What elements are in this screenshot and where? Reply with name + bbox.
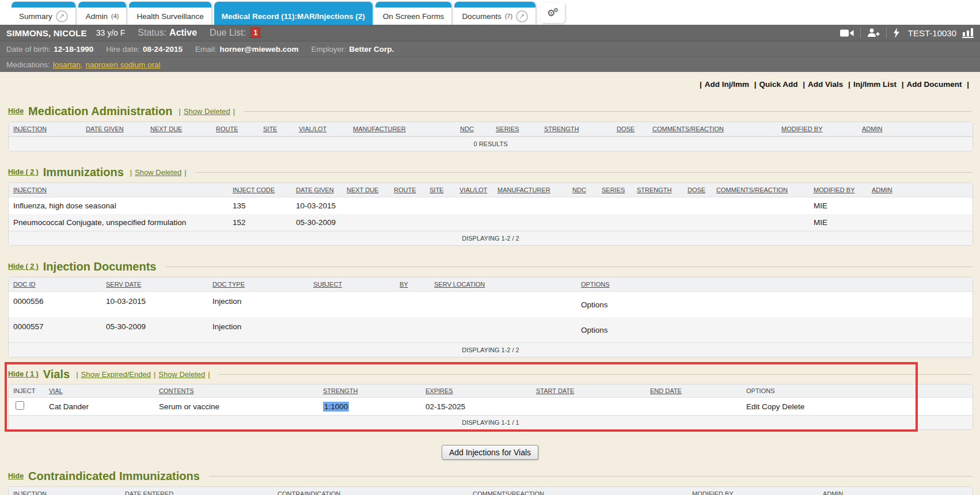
document-row: 0000556 10-03-2015 Injection Options — [9, 292, 973, 317]
column-header[interactable]: ADMIN — [867, 183, 973, 197]
column-header[interactable]: VIAL — [44, 384, 154, 398]
hide-link[interactable]: Hide ( 2 ) — [8, 262, 39, 271]
column-header[interactable]: NEXT DUE — [146, 122, 211, 136]
column-header[interactable]: BY — [395, 277, 430, 292]
tab-documents[interactable]: Documents (7) ↗ — [454, 2, 535, 25]
table-header-row: INJECTION DATE ENTERED CONTRAINDICATION … — [9, 487, 973, 495]
column-header[interactable]: COMMENTS/REACTION — [648, 122, 777, 136]
show-deleted-link[interactable]: Show Deleted — [184, 107, 230, 116]
tab-count: (4) — [111, 13, 119, 20]
column-header[interactable]: ROUTE — [211, 122, 259, 136]
quick-add-link[interactable]: Quick Add — [759, 80, 798, 89]
column-header[interactable]: MODIFIED BY — [777, 122, 857, 136]
tab-on-screen-forms[interactable]: On Screen Forms — [375, 2, 452, 25]
cell-date-given: 10-03-2015 — [291, 197, 342, 214]
column-header[interactable]: NDC — [568, 183, 597, 197]
due-list-badge[interactable]: 1 — [250, 28, 260, 38]
show-deleted-link[interactable]: Show Deleted — [158, 370, 205, 379]
field-employer: Employer: Better Corp. — [311, 45, 394, 54]
medication-link-losartan[interactable]: losartan — [53, 60, 81, 69]
add-vials-link[interactable]: Add Vials — [808, 80, 843, 89]
tab-health-surveillance[interactable]: Health Surveillance — [129, 2, 211, 25]
add-injections-for-vials-button[interactable]: Add Injections for Vials — [442, 445, 538, 460]
lightning-bolt-icon[interactable] — [893, 28, 900, 38]
column-header[interactable]: VIAL/LOT — [294, 122, 348, 136]
column-header[interactable]: DOC ID — [9, 277, 101, 292]
jump-arrow-icon[interactable]: ↗ — [56, 10, 68, 22]
column-header[interactable]: DATE ENTERED — [120, 487, 273, 495]
cell-doc-type: Injection — [208, 292, 309, 317]
column-header[interactable]: START DATE — [531, 384, 645, 398]
column-header[interactable]: DOSE — [683, 183, 712, 197]
column-header[interactable]: NEXT DUE — [342, 183, 389, 197]
inject-checkbox[interactable] — [16, 401, 24, 410]
column-header[interactable]: ROUTE — [389, 183, 425, 197]
column-header[interactable]: DATE GIVEN — [81, 122, 146, 136]
column-header[interactable]: INJECTION — [9, 122, 81, 136]
column-header[interactable]: SERIES — [597, 183, 632, 197]
column-header[interactable]: STRENGTH — [632, 183, 683, 197]
column-header[interactable]: CONTRAINDICATION — [273, 487, 468, 495]
column-header[interactable]: NDC — [455, 122, 491, 136]
tab-admin[interactable]: Admin (4) — [78, 2, 127, 25]
video-camera-icon[interactable] — [840, 29, 854, 37]
cell-vial: Cat Dander — [44, 398, 154, 415]
column-header[interactable]: STRENGTH — [318, 384, 421, 398]
column-header[interactable]: CONTENTS — [154, 384, 318, 398]
vial-options-links[interactable]: Edit Copy Delete — [742, 398, 973, 415]
hide-link[interactable]: Hide — [8, 472, 24, 480]
column-header[interactable]: COMMENTS/REACTION — [468, 487, 687, 495]
cell-doc-id: 0000556 — [9, 292, 101, 317]
injection-documents-table: DOC ID SERV DATE DOC TYPE SUBJECT BY SER… — [8, 277, 973, 357]
inj-imm-list-link[interactable]: Inj/Imm List — [853, 80, 897, 89]
column-header[interactable]: STRENGTH — [540, 122, 612, 136]
immunizations-table: INJECTION INJECT CODE DATE GIVEN NEXT DU… — [8, 182, 973, 246]
column-header[interactable]: SITE — [259, 122, 294, 136]
show-deleted-link[interactable]: Show Deleted — [135, 168, 181, 177]
tab-summary[interactable]: Summary ↗ — [12, 2, 75, 25]
column-header[interactable]: END DATE — [645, 384, 742, 398]
settings-gears-button[interactable]: ⚙ ⚙ — [541, 2, 565, 23]
column-header[interactable]: SERV LOCATION — [430, 277, 576, 292]
tab-label: Summary — [19, 12, 52, 21]
column-header[interactable]: OPTIONS — [576, 277, 973, 292]
column-header[interactable]: SITE — [425, 183, 455, 197]
options-menu-link[interactable]: Options — [576, 317, 973, 342]
column-header[interactable]: ADMIN — [857, 122, 973, 136]
column-header[interactable]: SUBJECT — [309, 277, 395, 292]
column-header[interactable]: SERV DATE — [101, 277, 208, 292]
column-header[interactable]: MANUFACTURER — [493, 183, 568, 197]
column-header[interactable]: ADMIN — [818, 487, 973, 495]
hide-link[interactable]: Hide ( 2 ) — [8, 168, 39, 176]
column-header[interactable]: MODIFIED BY — [687, 487, 818, 495]
column-header[interactable]: DOSE — [612, 122, 648, 136]
tab-label: Health Surveillance — [136, 12, 203, 21]
medication-link-naproxen[interactable]: naproxen sodium oral — [86, 60, 161, 69]
column-header[interactable]: MANUFACTURER — [348, 122, 455, 136]
hide-link[interactable]: Hide — [8, 107, 24, 115]
table-header-row: DOC ID SERV DATE DOC TYPE SUBJECT BY SER… — [9, 277, 973, 292]
column-header[interactable]: INJECTION — [9, 487, 120, 495]
jump-arrow-icon[interactable]: ↗ — [516, 10, 528, 22]
column-header[interactable]: VIAL/LOT — [455, 183, 493, 197]
hide-link[interactable]: Hide ( 1 ) — [8, 370, 39, 378]
column-header[interactable]: SERIES — [491, 122, 540, 136]
add-inj-imm-link[interactable]: Add Inj/Imm — [705, 80, 749, 89]
column-header[interactable]: EXPIRES — [421, 384, 531, 398]
column-header[interactable]: INJECT CODE — [228, 183, 291, 197]
bar-chart-icon[interactable] — [962, 28, 974, 38]
options-menu-link[interactable]: Options — [576, 292, 973, 317]
field-email: Email: horner@mieweb.com — [195, 45, 298, 54]
cell-inject-code: 152 — [228, 214, 291, 231]
add-person-icon[interactable] — [867, 28, 880, 37]
add-document-link[interactable]: Add Document — [906, 80, 962, 89]
column-header[interactable]: DOC TYPE — [208, 277, 309, 292]
tab-medical-record[interactable]: Medical Record (11):MAR/Injections (2) — [214, 2, 373, 25]
column-header[interactable]: INJECTION — [9, 183, 228, 197]
column-header[interactable]: MODIFIED BY — [809, 183, 867, 197]
contraindicated-table: INJECTION DATE ENTERED CONTRAINDICATION … — [8, 486, 973, 495]
immunization-row: Pneumococcal Conjugate, unspecified form… — [9, 214, 973, 231]
column-header[interactable]: DATE GIVEN — [291, 183, 342, 197]
show-expired-ended-link[interactable]: Show Expired/Ended — [81, 370, 151, 379]
column-header[interactable]: COMMENTS/REACTION — [712, 183, 809, 197]
